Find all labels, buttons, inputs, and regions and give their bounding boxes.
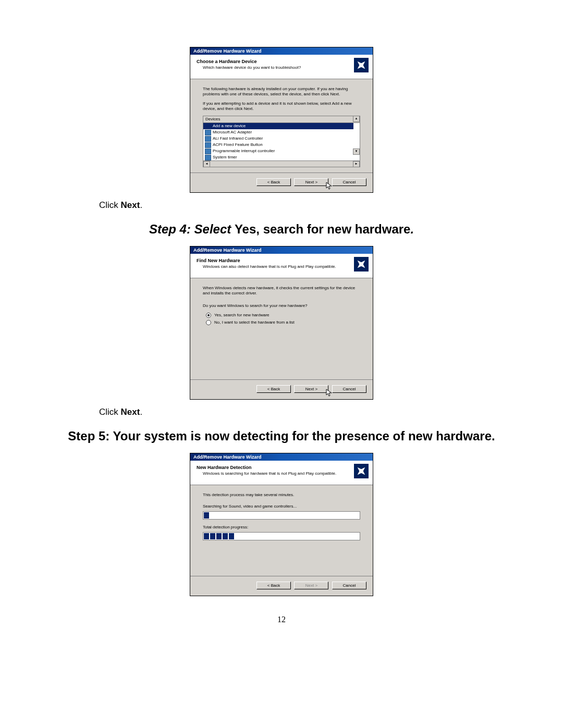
next-button[interactable]: Next > [294, 385, 328, 393]
radio-button-icon [206, 320, 211, 325]
device-icon [205, 149, 211, 154]
scroll-up-button[interactable]: ▲ [353, 116, 360, 122]
next-button[interactable]: Next > [294, 178, 328, 186]
wizard-dialog-detection: Add/Remove Hardware Wizard New Hardware … [190, 453, 373, 596]
instruction-text: Click Next. [99, 407, 495, 417]
total-progress-bar [203, 532, 360, 540]
instruction-text: Click Next. [99, 200, 495, 211]
page-number: 12 [68, 615, 495, 624]
devices-list[interactable]: Devices ▲ Add a new device Microsoft AC … [203, 116, 360, 167]
hardware-icon [354, 58, 369, 72]
dialog-header: Find New Hardware Windows can also detec… [190, 254, 373, 278]
dialog-footer: < Back Next > Cancel [190, 379, 373, 399]
dialog-body: The following hardware is already instal… [190, 79, 373, 172]
back-button[interactable]: < Back [256, 178, 291, 186]
dialog-footer: < Back Next > Cancel [190, 576, 373, 596]
header-title: Find New Hardware [197, 258, 366, 263]
list-item[interactable]: Add a new device [203, 123, 353, 129]
titlebar[interactable]: Add/Remove Hardware Wizard [190, 453, 373, 461]
device-icon [205, 136, 211, 142]
cancel-button[interactable]: Cancel [332, 582, 366, 589]
radio-button-icon [206, 313, 211, 318]
device-icon [205, 155, 211, 161]
list-item[interactable]: Programmable interrupt controller [203, 148, 353, 154]
question-text: Do you want Windows to search for your n… [203, 303, 360, 309]
list-column-header: Devices ▲ [203, 116, 360, 123]
titlebar[interactable]: Add/Remove Hardware Wizard [190, 47, 373, 55]
wizard-dialog-find-hardware: Add/Remove Hardware Wizard Find New Hard… [190, 246, 373, 400]
back-button[interactable]: < Back [256, 582, 291, 589]
total-progress-label: Total detection progress: [203, 525, 360, 530]
scroll-right-button[interactable]: ► [353, 161, 360, 167]
dialog-header: Choose a Hardware Device Which hardware … [190, 55, 373, 79]
hardware-icon [354, 464, 369, 478]
header-subtitle: Windows can also detect hardware that is… [197, 264, 366, 269]
dialog-header: New Hardware Detection Windows is search… [190, 461, 373, 485]
horizontal-scrollbar[interactable]: ◄ ► [203, 161, 360, 167]
device-icon [205, 142, 211, 148]
info-text: When Windows detects new hardware, it ch… [203, 286, 360, 296]
header-title: Choose a Hardware Device [197, 59, 366, 64]
list-item[interactable]: System timer [203, 154, 353, 161]
dialog-body: This detection process may take several … [190, 485, 373, 576]
intro-text-1: The following hardware is already instal… [203, 87, 360, 97]
dialog-body: When Windows detects new hardware, it ch… [190, 278, 373, 379]
scroll-left-button[interactable]: ◄ [203, 161, 210, 167]
intro-text-2: If you are attempting to add a device an… [203, 101, 360, 112]
detection-note: This detection process may take several … [203, 492, 360, 498]
titlebar[interactable]: Add/Remove Hardware Wizard [190, 246, 373, 254]
step-4-heading: Step 4: Select Yes, search for new hardw… [68, 222, 495, 237]
step-5-heading: Step 5: Your system is now detecting for… [68, 429, 495, 443]
radio-no[interactable]: No, I want to select the hardware from a… [203, 320, 360, 325]
hardware-icon [354, 257, 369, 272]
back-button[interactable]: < Back [256, 385, 291, 393]
header-subtitle: Windows is searching for hardware that i… [197, 471, 366, 476]
cancel-button[interactable]: Cancel [332, 385, 366, 393]
list-item[interactable]: ACPI Fixed Feature Button [203, 142, 353, 148]
radio-yes[interactable]: Yes, search for new hardware [203, 313, 360, 318]
list-item[interactable]: ALi Fast Infrared Controller [203, 135, 353, 142]
header-subtitle: Which hardware device do you want to tro… [197, 65, 366, 70]
searching-label: Searching for Sound, video and game cont… [203, 504, 360, 509]
dialog-footer: < Back Next > Cancel [190, 172, 373, 192]
wizard-dialog-choose-device: Add/Remove Hardware Wizard Choose a Hard… [190, 47, 373, 193]
category-progress-bar [203, 511, 360, 520]
header-title: New Hardware Detection [197, 465, 366, 470]
scroll-down-button[interactable]: ▼ [353, 149, 360, 155]
cancel-button[interactable]: Cancel [332, 178, 366, 186]
device-icon [205, 130, 211, 135]
list-item[interactable]: Microsoft AC Adapter [203, 129, 353, 135]
next-button: Next > [294, 582, 328, 589]
